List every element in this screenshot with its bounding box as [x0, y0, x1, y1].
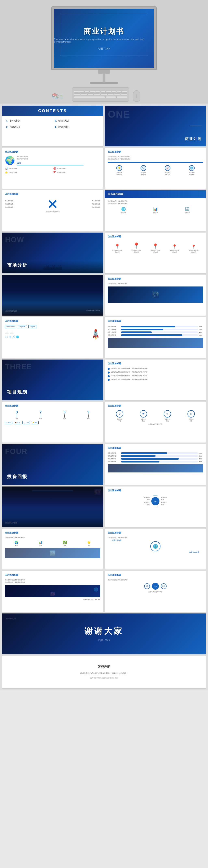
- slide-contents: CONTENTS 1. 商业计划 3. 项目规划 2. 市场分析 4. 投资回报: [2, 105, 103, 146]
- icon-11l-label-3: 标题: [53, 545, 76, 547]
- timeline-text-4: 1.4 请在此填写您想描述的内容，言简意赅的说明分项内容: [111, 378, 147, 381]
- prog-row-3: 相关文本标题 75%: [108, 458, 203, 460]
- slide-click-11l[interactable]: 点击添加标题: [5, 531, 100, 534]
- slide-click-circles[interactable]: 点击添加标题: [108, 404, 203, 407]
- dot-4: [108, 379, 110, 381]
- slide-click-timeline[interactable]: 点击添加标题: [108, 362, 203, 365]
- slide-night-city: 点击添加标题 🌆: [2, 487, 103, 527]
- icon-circle-3: 📈: [165, 165, 170, 171]
- slide-click-city-r[interactable]: 点击添加标题: [108, 277, 203, 280]
- slide-add-12-right: 点击添加标题 点击添加内容文本标题描述内容 标题 核心 标题 点击添加描述文字内…: [105, 571, 206, 612]
- icon-text-4: 点击添加标题: [57, 172, 66, 174]
- copyright-text: 感谢使用我们精心制作的商业计划书，觉得设计的好的话！: [80, 672, 128, 675]
- copyright-sub: 如有需要可联系我们获取更多模板资源: [90, 677, 118, 679]
- icon-text-2: 点击添加标题: [57, 167, 66, 169]
- contents-item-3: 3. 项目规划: [55, 119, 99, 123]
- badge-icon-3: 📋 计划: [22, 421, 30, 424]
- globe-system: 🌐 标题文本标题 标题文本标题 标题文本 标题文本: [108, 541, 203, 551]
- slide-numbers: 点击添加标题 3 标题 7 标题 5 标题 9: [2, 402, 103, 442]
- slide-add-11-right: 点击添加标题 点击添加内容文本标题描述内容 🌐 标题文本标题 标题文本标题 标题…: [105, 529, 206, 569]
- bar-row-4: 相关文本标题 80%: [108, 334, 203, 336]
- circle-label-2: 标题文本标题: [141, 418, 146, 422]
- night-globe-small: 🌐: [94, 587, 98, 592]
- slide-click-12r[interactable]: 点击添加标题: [108, 574, 203, 577]
- slide-click-rocket[interactable]: 点击添加标题: [5, 320, 100, 323]
- contents-item-2: 2. 市场分析: [6, 125, 50, 129]
- badge-2: Corporate: [18, 325, 27, 328]
- icon-text-1: 点击添加标题: [9, 167, 17, 169]
- bar-label-4: 相关文本标题: [108, 334, 120, 336]
- num-label-2: 标题: [39, 417, 42, 420]
- circle-label-1: 标题文本标题: [117, 418, 122, 422]
- contact-icons: ✉️ 📧 🔗 🌐: [5, 336, 89, 338]
- bar-row-1: 相关文本标题 70%: [108, 326, 203, 328]
- globe-tag-1: 标题文本标题: [112, 539, 122, 541]
- slide-invest-section: FOUR 投资回报: [2, 444, 103, 485]
- slide-click-11r[interactable]: 点击添加标题: [108, 531, 203, 534]
- globe-icon-large: 🌍: [5, 156, 15, 165]
- slide-bar-chart: 点击添加标题 相关文本标题 70% 相关文本标题 55%: [105, 317, 206, 358]
- x-label-6: 点击添加标题: [92, 206, 100, 208]
- bar-label-3: 相关文本标题: [108, 331, 120, 333]
- slide-click-org[interactable]: 点击添加标题: [108, 489, 203, 492]
- contents-body: 1. 商业计划 3. 项目规划 2. 市场分析 4. 投资回报: [2, 116, 103, 132]
- pin-icon-2: 📍: [133, 242, 140, 249]
- prog-track-1: [121, 452, 198, 454]
- prog-row-4: 相关文本标题 50%: [108, 461, 203, 463]
- progress-bars: 相关文本标题 60% 相关文本标题 45% 相关文本标题: [108, 452, 203, 463]
- slide-click-x[interactable]: 点击添加标题: [5, 193, 100, 196]
- prog-val-2: 45%: [199, 455, 203, 457]
- num-item-1: 3 标题: [15, 410, 18, 420]
- x-label-2: 点击添加标题: [5, 203, 13, 205]
- slide-add-12-right-inner: 点击添加标题 点击添加内容文本标题描述内容 标题 核心 标题 点击添加描述文字内…: [105, 571, 206, 612]
- slide-click-numbers[interactable]: 点击添加标题: [5, 404, 100, 407]
- pin-5: 📍 请在此填写您想描述的内容: [188, 245, 199, 253]
- key: [94, 93, 100, 95]
- circle-item-3: ☆ 标题文本标题: [164, 410, 171, 422]
- pins-row: 📍 请在此填写您想描述的内容 📍 请在此填写您想描述的内容 📍 请在此填写您想描…: [108, 242, 203, 253]
- icon-badges-row: 📧 邮件 💼 项目 📋 计划 🔑 关键: [5, 421, 100, 424]
- key-row-2: [74, 93, 127, 95]
- circle-item-1: ⊙ 标题文本标题: [116, 410, 123, 422]
- slide-click-title-r2[interactable]: 点击添加标题: [108, 150, 203, 153]
- night-light: [32, 491, 73, 491]
- slide-rocket-inner: 点击添加标题 Think Choice Corporate Support ☁️…: [2, 317, 103, 358]
- slide-blue-header: 点击添加标题 点击添加内容文本标题描述内容点击添加内容文本标题描述内容 🌐 点击…: [105, 190, 206, 231]
- slide-numbers-inner: 点击添加标题 3 标题 7 标题 5 标题 9: [2, 402, 103, 442]
- blue-header-title[interactable]: 点击添加标题: [108, 192, 203, 196]
- x-area: 点击添加标题 点击添加标题 点击添加标题 点击添加标题 点击添加标题 点击添加标…: [5, 199, 100, 209]
- slide1-en-label: ONE: [108, 108, 130, 120]
- blue-strip-1: [108, 162, 203, 163]
- slide-click-bar[interactable]: 点击添加标题: [108, 320, 203, 323]
- contents-item-1: 1. 商业计划: [6, 119, 50, 123]
- prog-fill-4: [121, 461, 160, 463]
- keyboard-area: 🍵 📚: [68, 87, 140, 101]
- slide-r2-desc: 点击添加内容文本，请描述您的观点点击添加内容文本，请描述您的观点: [108, 155, 203, 160]
- blue-header-desc: 点击添加内容文本标题描述内容点击添加内容文本标题描述内容: [108, 200, 203, 205]
- key: [122, 91, 127, 93]
- slide-click-title-2[interactable]: 点击添加标题: [5, 150, 100, 153]
- blue-header-bar: 点击添加标题: [105, 190, 206, 198]
- icon-target: 🎯: [53, 167, 56, 170]
- bar-label-1: 相关文本标题: [108, 326, 120, 328]
- monitor-wrap: 商业计划书 The user can demonstrate a perspec…: [51, 6, 157, 101]
- slide-org-inner: 点击添加标题 标题文本标题 标题文本标题 核心 标题文本标题 标题文本标题: [105, 487, 206, 527]
- slide-click-progress[interactable]: 点击添加标题: [108, 446, 203, 450]
- copyright-title: 版权声明: [98, 665, 110, 669]
- org-left: 标题文本标题 标题文本标题: [140, 496, 150, 506]
- org-chart-area: 标题文本标题 标题文本标题 核心 标题文本标题 标题文本标题: [108, 495, 203, 507]
- blue-header-icons: 🌐 点击添加 📊 点击添加 🔄 点击添加: [108, 207, 203, 214]
- slide-click-pins[interactable]: 点击添加标题: [108, 235, 203, 238]
- slide-click-12l[interactable]: 点击添加标题: [5, 574, 100, 577]
- bar-fill-2: [121, 329, 163, 330]
- slide-add-title-right-inner: 点击添加标题 点击添加内容文本，请描述您的观点点击添加内容文本，请描述您的观点 …: [105, 148, 206, 189]
- icon-row-r2: 💡 点击添加标题内容 🔧 点击添加标题内容 📈 点击添加标题内容 🌐 点击添加标…: [108, 165, 203, 176]
- icon-11l-star: ⭐: [77, 540, 100, 544]
- icon-circle-1: 💡: [116, 165, 122, 171]
- thanks-deco-text: 商业计划书: [6, 618, 16, 620]
- icon-label-2: 点击添加标题内容: [141, 172, 146, 176]
- bh-icon-label-1: 点击添加: [121, 212, 126, 214]
- key: [90, 91, 95, 93]
- numbers-row: 3 标题 7 标题 5 标题 9 标题: [5, 410, 100, 420]
- circle-label-4: 标题文本标题: [189, 418, 194, 422]
